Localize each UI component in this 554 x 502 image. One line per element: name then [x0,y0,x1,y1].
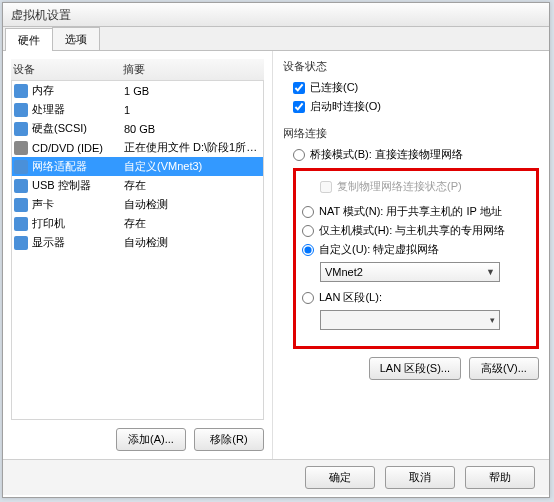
nat-radio[interactable]: NAT 模式(N): 用于共享主机的 IP 地址 [302,202,530,221]
lan-input[interactable] [302,292,314,304]
hw-name: 网络适配器 [32,159,87,174]
hw-summary: 自定义(VMnet3) [124,159,261,174]
device-icon [14,236,28,250]
lan-label: LAN 区段(L): [319,290,382,305]
hw-summary: 80 GB [124,123,261,135]
add-button[interactable]: 添加(A)... [116,428,186,451]
custom-label: 自定义(U): 特定虚拟网络 [319,242,439,257]
tabstrip: 硬件 选项 [3,27,549,51]
hw-row[interactable]: 内存1 GB [12,81,263,100]
hw-summary: 自动检测 [124,197,261,212]
connected-label: 已连接(C) [310,80,358,95]
device-icon [14,179,28,193]
replicate-checkbox: 复制物理网络连接状态(P) [320,177,530,196]
device-icon [14,84,28,98]
hw-header: 设备 摘要 [11,59,264,81]
device-icon [14,122,28,136]
highlighted-region: 复制物理网络连接状态(P) NAT 模式(N): 用于共享主机的 IP 地址 仅… [293,168,539,349]
hw-row[interactable]: 硬盘(SCSI)80 GB [12,119,263,138]
hw-name: 显示器 [32,235,65,250]
tab-hardware[interactable]: 硬件 [5,28,53,51]
custom-vmnet-value: VMnet2 [325,266,363,278]
hw-summary: 1 [124,104,261,116]
hw-name: USB 控制器 [32,178,91,193]
ok-button[interactable]: 确定 [305,466,375,489]
bridged-input[interactable] [293,149,305,161]
replicate-input [320,181,332,193]
hw-row[interactable]: 声卡自动检测 [12,195,263,214]
hw-summary: 存在 [124,178,261,193]
chevron-down-icon: ▼ [486,267,495,277]
hw-name: 打印机 [32,216,65,231]
chevron-down-icon: ▾ [490,315,495,325]
device-icon [14,103,28,117]
status-group-title: 设备状态 [283,59,539,74]
hostonly-input[interactable] [302,225,314,237]
lan-segment-select: ▾ [320,310,500,330]
nat-input[interactable] [302,206,314,218]
net-group-title: 网络连接 [283,126,539,141]
hostonly-label: 仅主机模式(H): 与主机共享的专用网络 [319,223,505,238]
bridged-radio[interactable]: 桥接模式(B): 直接连接物理网络 [293,145,539,164]
window-title: 虚拟机设置 [3,3,549,27]
device-icon [14,217,28,231]
device-icon [14,141,28,155]
connect-on-power-input[interactable] [293,101,305,113]
hw-header-device: 设备 [13,62,123,77]
hw-row[interactable]: USB 控制器存在 [12,176,263,195]
device-icon [14,160,28,174]
bridged-label: 桥接模式(B): 直接连接物理网络 [310,147,463,162]
hw-name: 声卡 [32,197,54,212]
hardware-list: 内存1 GB处理器1硬盘(SCSI)80 GBCD/DVD (IDE)正在使用文… [11,81,264,420]
hw-summary: 自动检测 [124,235,261,250]
hw-name: CD/DVD (IDE) [32,142,103,154]
hw-row[interactable]: 打印机存在 [12,214,263,233]
hw-row[interactable]: 网络适配器自定义(VMnet3) [12,157,263,176]
help-button[interactable]: 帮助 [465,466,535,489]
hw-header-summary: 摘要 [123,62,145,77]
device-icon [14,198,28,212]
lan-segments-button[interactable]: LAN 区段(S)... [369,357,461,380]
hw-summary: 存在 [124,216,261,231]
custom-vmnet-select[interactable]: VMnet2 ▼ [320,262,500,282]
connect-on-power-checkbox[interactable]: 启动时连接(O) [293,97,539,116]
hw-row[interactable]: 处理器1 [12,100,263,119]
connected-input[interactable] [293,82,305,94]
hw-row[interactable]: 显示器自动检测 [12,233,263,252]
lan-radio[interactable]: LAN 区段(L): [302,288,530,307]
hw-name: 处理器 [32,102,65,117]
hw-row[interactable]: CD/DVD (IDE)正在使用文件 D:\阶段1所需软件\超... [12,138,263,157]
replicate-label: 复制物理网络连接状态(P) [337,179,462,194]
remove-button[interactable]: 移除(R) [194,428,264,451]
advanced-button[interactable]: 高级(V)... [469,357,539,380]
custom-input[interactable] [302,244,314,256]
cancel-button[interactable]: 取消 [385,466,455,489]
connect-on-power-label: 启动时连接(O) [310,99,381,114]
custom-radio[interactable]: 自定义(U): 特定虚拟网络 [302,240,530,259]
hw-name: 硬盘(SCSI) [32,121,87,136]
hw-summary: 正在使用文件 D:\阶段1所需软件\超... [124,140,261,155]
nat-label: NAT 模式(N): 用于共享主机的 IP 地址 [319,204,502,219]
hw-summary: 1 GB [124,85,261,97]
connected-checkbox[interactable]: 已连接(C) [293,78,539,97]
hw-name: 内存 [32,83,54,98]
hostonly-radio[interactable]: 仅主机模式(H): 与主机共享的专用网络 [302,221,530,240]
tab-options[interactable]: 选项 [52,27,100,50]
